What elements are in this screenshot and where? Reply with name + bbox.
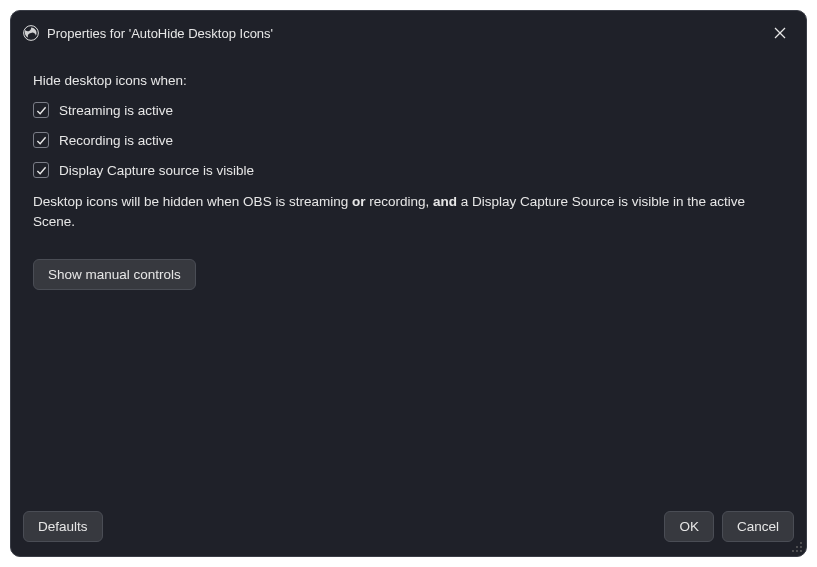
info-prefix: Desktop icons will be hidden when OBS is… <box>33 194 352 209</box>
svg-point-6 <box>800 550 802 552</box>
properties-dialog: Properties for 'AutoHide Desktop Icons' … <box>10 10 807 557</box>
info-text: Desktop icons will be hidden when OBS is… <box>33 192 784 233</box>
info-bold-and: and <box>433 194 457 209</box>
svg-point-7 <box>796 550 798 552</box>
check-icon <box>36 135 47 146</box>
checkbox-row-streaming: Streaming is active <box>33 102 784 118</box>
show-manual-controls-button[interactable]: Show manual controls <box>33 259 196 290</box>
ok-button[interactable]: OK <box>664 511 714 542</box>
check-icon <box>36 165 47 176</box>
resize-grip[interactable] <box>791 541 803 553</box>
dialog-footer: Defaults OK Cancel <box>11 497 806 556</box>
info-mid: recording, <box>365 194 433 209</box>
svg-point-5 <box>796 546 798 548</box>
section-label: Hide desktop icons when: <box>33 73 784 88</box>
checkbox-row-recording: Recording is active <box>33 132 784 148</box>
svg-point-4 <box>800 546 802 548</box>
info-bold-or: or <box>352 194 366 209</box>
checkbox-recording[interactable] <box>33 132 49 148</box>
svg-point-3 <box>800 542 802 544</box>
defaults-button[interactable]: Defaults <box>23 511 103 542</box>
close-button[interactable] <box>766 19 794 47</box>
close-icon <box>774 27 786 39</box>
svg-point-8 <box>792 550 794 552</box>
checkbox-streaming[interactable] <box>33 102 49 118</box>
obs-app-icon <box>23 25 39 41</box>
checkbox-label-recording[interactable]: Recording is active <box>59 133 173 148</box>
cancel-button[interactable]: Cancel <box>722 511 794 542</box>
resize-grip-icon <box>791 541 803 553</box>
titlebar: Properties for 'AutoHide Desktop Icons' <box>11 11 806 55</box>
checkbox-display-capture[interactable] <box>33 162 49 178</box>
checkbox-label-display-capture[interactable]: Display Capture source is visible <box>59 163 254 178</box>
content-area: Hide desktop icons when: Streaming is ac… <box>11 55 806 497</box>
window-title: Properties for 'AutoHide Desktop Icons' <box>47 26 758 41</box>
check-icon <box>36 105 47 116</box>
checkbox-row-display-capture: Display Capture source is visible <box>33 162 784 178</box>
checkbox-label-streaming[interactable]: Streaming is active <box>59 103 173 118</box>
